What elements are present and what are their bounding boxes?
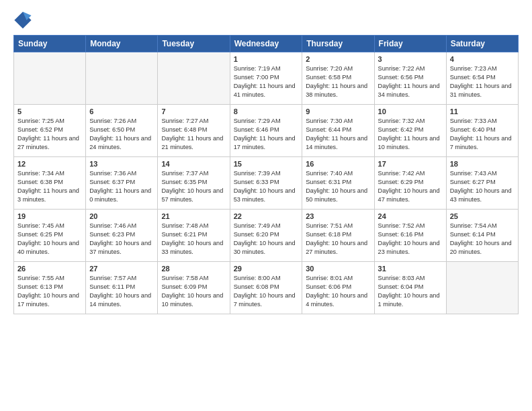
- day-number: 9: [306, 107, 370, 116]
- day-info: Sunrise: 7:55 AM Sunset: 6:13 PM Dayligh…: [17, 274, 82, 309]
- day-info: Sunrise: 7:36 AM Sunset: 6:37 PM Dayligh…: [89, 169, 154, 204]
- calendar-cell: 10Sunrise: 7:32 AM Sunset: 6:42 PM Dayli…: [374, 105, 446, 157]
- calendar-cell: 29Sunrise: 8:00 AM Sunset: 6:08 PM Dayli…: [230, 262, 302, 314]
- day-number: 24: [378, 212, 443, 220]
- day-info: Sunrise: 7:45 AM Sunset: 6:25 PM Dayligh…: [17, 222, 82, 257]
- day-info: Sunrise: 7:48 AM Sunset: 6:21 PM Dayligh…: [161, 222, 226, 257]
- day-number: 15: [234, 160, 299, 168]
- day-info: Sunrise: 7:29 AM Sunset: 6:46 PM Dayligh…: [234, 117, 299, 152]
- calendar-cell: [86, 52, 158, 105]
- weekday-monday: Monday: [86, 36, 158, 52]
- week-row-4: 19Sunrise: 7:45 AM Sunset: 6:25 PM Dayli…: [14, 210, 519, 262]
- calendar-cell: 26Sunrise: 7:55 AM Sunset: 6:13 PM Dayli…: [14, 262, 86, 314]
- calendar-cell: 5Sunrise: 7:25 AM Sunset: 6:52 PM Daylig…: [14, 105, 86, 157]
- svg-marker-0: [14, 11, 31, 28]
- day-info: Sunrise: 7:23 AM Sunset: 6:54 PM Dayligh…: [450, 64, 515, 99]
- calendar-cell: 2Sunrise: 7:20 AM Sunset: 6:58 PM Daylig…: [302, 52, 374, 105]
- calendar-cell: 16Sunrise: 7:40 AM Sunset: 6:31 PM Dayli…: [302, 157, 374, 210]
- calendar-cell: [14, 52, 86, 105]
- day-info: Sunrise: 8:01 AM Sunset: 6:06 PM Dayligh…: [306, 274, 370, 309]
- weekday-wednesday: Wednesday: [230, 36, 302, 52]
- day-number: 19: [17, 212, 82, 220]
- day-info: Sunrise: 7:43 AM Sunset: 6:27 PM Dayligh…: [450, 169, 515, 204]
- day-number: 2: [306, 55, 370, 63]
- day-info: Sunrise: 7:30 AM Sunset: 6:44 PM Dayligh…: [306, 117, 370, 152]
- logo-icon: [13, 11, 32, 30]
- day-number: 21: [161, 212, 226, 220]
- day-info: Sunrise: 7:52 AM Sunset: 6:16 PM Dayligh…: [378, 222, 443, 257]
- day-info: Sunrise: 7:49 AM Sunset: 6:20 PM Dayligh…: [234, 222, 299, 257]
- logo: [13, 11, 35, 30]
- day-info: Sunrise: 7:40 AM Sunset: 6:31 PM Dayligh…: [306, 169, 370, 204]
- calendar-cell: 21Sunrise: 7:48 AM Sunset: 6:21 PM Dayli…: [158, 210, 230, 262]
- day-number: 6: [89, 107, 154, 116]
- day-number: 22: [234, 212, 299, 220]
- day-number: 3: [378, 55, 443, 63]
- day-info: Sunrise: 7:42 AM Sunset: 6:29 PM Dayligh…: [378, 169, 443, 204]
- calendar-cell: 14Sunrise: 7:37 AM Sunset: 6:35 PM Dayli…: [158, 157, 230, 210]
- day-number: 4: [450, 55, 515, 63]
- day-info: Sunrise: 7:27 AM Sunset: 6:48 PM Dayligh…: [161, 117, 226, 152]
- day-info: Sunrise: 7:34 AM Sunset: 6:38 PM Dayligh…: [17, 169, 82, 204]
- weekday-tuesday: Tuesday: [158, 36, 230, 52]
- day-number: 10: [378, 107, 443, 116]
- day-info: Sunrise: 7:33 AM Sunset: 6:40 PM Dayligh…: [450, 117, 515, 152]
- day-info: Sunrise: 7:25 AM Sunset: 6:52 PM Dayligh…: [17, 117, 82, 152]
- calendar-cell: 7Sunrise: 7:27 AM Sunset: 6:48 PM Daylig…: [158, 105, 230, 157]
- day-number: 16: [306, 160, 370, 168]
- calendar-cell: 27Sunrise: 7:57 AM Sunset: 6:11 PM Dayli…: [86, 262, 158, 314]
- day-info: Sunrise: 7:57 AM Sunset: 6:11 PM Dayligh…: [89, 274, 154, 309]
- day-info: Sunrise: 7:37 AM Sunset: 6:35 PM Dayligh…: [161, 169, 226, 204]
- calendar-cell: 1Sunrise: 7:19 AM Sunset: 7:00 PM Daylig…: [230, 52, 302, 105]
- day-info: Sunrise: 7:22 AM Sunset: 6:56 PM Dayligh…: [378, 64, 443, 99]
- calendar-cell: 18Sunrise: 7:43 AM Sunset: 6:27 PM Dayli…: [446, 157, 518, 210]
- weekday-friday: Friday: [374, 36, 446, 52]
- calendar-cell: 6Sunrise: 7:26 AM Sunset: 6:50 PM Daylig…: [86, 105, 158, 157]
- calendar-cell: 31Sunrise: 8:03 AM Sunset: 6:04 PM Dayli…: [374, 262, 446, 314]
- day-number: 17: [378, 160, 443, 168]
- day-info: Sunrise: 8:00 AM Sunset: 6:08 PM Dayligh…: [234, 274, 299, 309]
- calendar-cell: [446, 262, 518, 314]
- calendar-cell: 9Sunrise: 7:30 AM Sunset: 6:44 PM Daylig…: [302, 105, 374, 157]
- day-number: 26: [17, 265, 82, 273]
- weekday-header-row: SundayMondayTuesdayWednesdayThursdayFrid…: [14, 36, 519, 52]
- header: [13, 11, 519, 30]
- day-number: 27: [89, 265, 154, 273]
- day-number: 13: [89, 160, 154, 168]
- calendar-cell: 3Sunrise: 7:22 AM Sunset: 6:56 PM Daylig…: [374, 52, 446, 105]
- day-info: Sunrise: 7:32 AM Sunset: 6:42 PM Dayligh…: [378, 117, 443, 152]
- day-info: Sunrise: 7:58 AM Sunset: 6:09 PM Dayligh…: [161, 274, 226, 309]
- day-number: 23: [306, 212, 370, 220]
- day-number: 31: [378, 265, 443, 273]
- day-number: 20: [89, 212, 154, 220]
- page: SundayMondayTuesdayWednesdayThursdayFrid…: [0, 0, 532, 321]
- day-number: 25: [450, 212, 515, 220]
- day-info: Sunrise: 7:39 AM Sunset: 6:33 PM Dayligh…: [234, 169, 299, 204]
- day-number: 12: [17, 160, 82, 168]
- calendar-cell: 11Sunrise: 7:33 AM Sunset: 6:40 PM Dayli…: [446, 105, 518, 157]
- day-number: 28: [161, 265, 226, 273]
- calendar-cell: 22Sunrise: 7:49 AM Sunset: 6:20 PM Dayli…: [230, 210, 302, 262]
- calendar-cell: [158, 52, 230, 105]
- calendar-cell: 8Sunrise: 7:29 AM Sunset: 6:46 PM Daylig…: [230, 105, 302, 157]
- day-info: Sunrise: 8:03 AM Sunset: 6:04 PM Dayligh…: [378, 274, 443, 309]
- calendar-cell: 23Sunrise: 7:51 AM Sunset: 6:18 PM Dayli…: [302, 210, 374, 262]
- day-number: 11: [450, 107, 515, 116]
- calendar-cell: 15Sunrise: 7:39 AM Sunset: 6:33 PM Dayli…: [230, 157, 302, 210]
- weekday-sunday: Sunday: [14, 36, 86, 52]
- calendar-cell: 30Sunrise: 8:01 AM Sunset: 6:06 PM Dayli…: [302, 262, 374, 314]
- calendar-cell: 4Sunrise: 7:23 AM Sunset: 6:54 PM Daylig…: [446, 52, 518, 105]
- calendar-cell: 24Sunrise: 7:52 AM Sunset: 6:16 PM Dayli…: [374, 210, 446, 262]
- calendar-cell: 20Sunrise: 7:46 AM Sunset: 6:23 PM Dayli…: [86, 210, 158, 262]
- calendar-cell: 17Sunrise: 7:42 AM Sunset: 6:29 PM Dayli…: [374, 157, 446, 210]
- day-number: 7: [161, 107, 226, 116]
- day-number: 5: [17, 107, 82, 116]
- calendar-cell: 13Sunrise: 7:36 AM Sunset: 6:37 PM Dayli…: [86, 157, 158, 210]
- calendar-cell: 28Sunrise: 7:58 AM Sunset: 6:09 PM Dayli…: [158, 262, 230, 314]
- day-number: 14: [161, 160, 226, 168]
- weekday-saturday: Saturday: [446, 36, 518, 52]
- day-number: 1: [234, 55, 299, 63]
- day-info: Sunrise: 7:20 AM Sunset: 6:58 PM Dayligh…: [306, 64, 370, 99]
- weekday-thursday: Thursday: [302, 36, 374, 52]
- day-number: 30: [306, 265, 370, 273]
